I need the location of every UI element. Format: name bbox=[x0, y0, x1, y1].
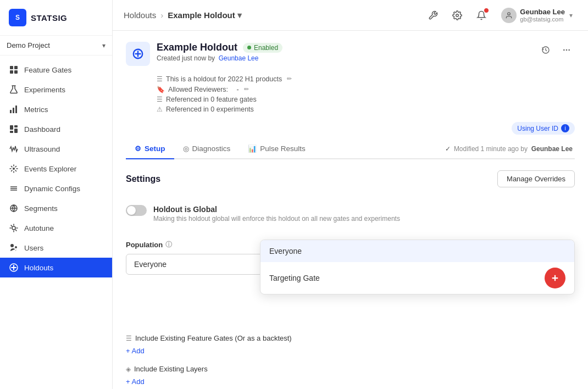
more-options-button[interactable] bbox=[558, 42, 575, 58]
sidebar-item-segments[interactable]: Segments bbox=[0, 198, 112, 218]
sidebar-item-users[interactable]: Users bbox=[0, 238, 112, 258]
settings-header: Settings Manage Overrides bbox=[126, 170, 575, 187]
user-id-badge-row: Using User ID i bbox=[126, 122, 575, 135]
population-info-icon[interactable]: ⓘ bbox=[165, 240, 172, 249]
dashboard-icon bbox=[9, 124, 19, 134]
svg-point-11 bbox=[13, 168, 15, 170]
tabs-list: ⚙ Setup ◎ Diagnostics 📊 Pulse Results bbox=[126, 139, 314, 158]
holdout-icon-wrap bbox=[126, 42, 150, 66]
targeting-gate-action-button[interactable] bbox=[545, 268, 565, 288]
breadcrumb-dropdown-icon[interactable]: ▾ bbox=[237, 10, 242, 20]
description-text: This is a holdout for 2022 H1 products bbox=[166, 75, 282, 83]
tab-pulse-results[interactable]: 📊 Pulse Results bbox=[239, 139, 314, 159]
svg-rect-8 bbox=[14, 125, 18, 127]
edit-description-button[interactable]: ✏ bbox=[285, 75, 293, 83]
svg-rect-0 bbox=[10, 66, 13, 69]
tools-button[interactable] bbox=[424, 7, 442, 24]
chart-icon bbox=[9, 104, 19, 114]
user-avatar bbox=[501, 8, 517, 23]
edit-reviewers-button[interactable]: ✏ bbox=[242, 85, 251, 93]
project-selector[interactable]: Demo Project ▾ bbox=[0, 36, 112, 55]
svg-rect-3 bbox=[14, 70, 18, 74]
breadcrumb-current: Example Holdout ▾ bbox=[168, 10, 242, 20]
svg-point-26 bbox=[566, 49, 568, 51]
layers-include-icon: ◈ bbox=[126, 365, 131, 373]
holdout-subtitle: Created just now by Geunbae Lee bbox=[157, 54, 282, 62]
sidebar-item-autotune[interactable]: Autotune bbox=[0, 218, 112, 238]
diagnostics-tab-icon: ◎ bbox=[183, 145, 189, 153]
sidebar-label-dynamic-configs: Dynamic Configs bbox=[24, 185, 80, 193]
include-layers-row: ◈ Include Existing Layers bbox=[126, 365, 575, 373]
add-feature-gates-label: + Add bbox=[126, 347, 145, 355]
sidebar-item-holdouts[interactable]: Holdouts bbox=[0, 258, 112, 277]
sidebar-item-dynamic-configs[interactable]: Dynamic Configs bbox=[0, 179, 112, 198]
dropdown-item-everyone[interactable]: Everyone bbox=[260, 240, 574, 262]
allowed-reviewers-value: - bbox=[237, 86, 239, 93]
holdout-header-left: Example Holdout Enabled Created just now… bbox=[126, 42, 282, 66]
svg-point-17 bbox=[12, 226, 15, 230]
project-chevron-icon: ▾ bbox=[102, 42, 106, 49]
sidebar-nav: Feature Gates Experiments Metrics Dashbo… bbox=[0, 55, 112, 389]
holdout-header-right bbox=[537, 42, 575, 58]
feature-gates-include-icon: ☰ bbox=[126, 335, 132, 342]
svg-rect-7 bbox=[10, 125, 13, 130]
experiments-ref-icon: ⚠ bbox=[157, 105, 163, 113]
user-chevron-icon: ▾ bbox=[569, 12, 573, 19]
topbar: Holdouts › Example Holdout ▾ bbox=[113, 0, 588, 31]
sidebar-logo: S STATSIG bbox=[0, 0, 112, 36]
settings-button[interactable] bbox=[448, 7, 466, 24]
svg-point-27 bbox=[568, 49, 570, 51]
reviewers-icon: 🔖 bbox=[157, 86, 165, 93]
status-text: Enabled bbox=[254, 44, 278, 52]
sidebar-item-feature-gates[interactable]: Feature Gates bbox=[0, 60, 112, 80]
tab-diagnostics[interactable]: ◎ Diagnostics bbox=[174, 139, 240, 159]
sidebar-label-segments: Segments bbox=[24, 204, 58, 213]
sidebar-item-dashboard[interactable]: Dashboard bbox=[0, 119, 112, 139]
sidebar-label-feature-gates: Feature Gates bbox=[24, 66, 71, 74]
sidebar-label-ultrasound: Ultrasound bbox=[24, 145, 60, 153]
holdout-title-row: Example Holdout Enabled bbox=[157, 42, 282, 53]
tab-diagnostics-label: Diagnostics bbox=[192, 145, 231, 153]
toggle-row: Holdout is Global Making this holdout gl… bbox=[126, 198, 575, 229]
sidebar-item-ultrasound[interactable]: Ultrasound bbox=[0, 139, 112, 159]
svg-point-20 bbox=[508, 12, 511, 15]
dropdown-item-targeting-gate[interactable]: Targeting Gate bbox=[260, 262, 574, 294]
user-name: Geunbae Lee bbox=[520, 8, 565, 16]
tab-setup[interactable]: ⚙ Setup bbox=[126, 139, 174, 159]
user-menu[interactable]: Geunbae Lee gb@statsig.com ▾ bbox=[497, 5, 577, 25]
user-id-badge[interactable]: Using User ID i bbox=[512, 122, 575, 135]
breadcrumb-separator-icon: › bbox=[160, 10, 163, 20]
sidebar-label-holdouts: Holdouts bbox=[24, 264, 53, 272]
breadcrumb-parent[interactable]: Holdouts bbox=[124, 10, 156, 20]
tabs-modified-text: ✓ Modified 1 minute ago by Geunbae Lee bbox=[445, 145, 575, 153]
toggle-label: Holdout is Global bbox=[153, 205, 400, 214]
add-feature-gates-button[interactable]: + Add bbox=[126, 346, 145, 356]
include-feature-gates-section: ☰ Include Existing Feature Gates (Or as … bbox=[126, 334, 575, 356]
svg-rect-1 bbox=[14, 66, 18, 69]
sidebar-item-experiments[interactable]: Experiments bbox=[0, 80, 112, 99]
grid-icon bbox=[9, 65, 19, 75]
global-holdout-toggle[interactable] bbox=[126, 205, 147, 216]
svg-point-25 bbox=[563, 49, 565, 51]
created-by[interactable]: Geunbae Lee bbox=[219, 54, 259, 62]
users-icon bbox=[9, 243, 19, 253]
holdout-title-block: Example Holdout Enabled Created just now… bbox=[157, 42, 282, 62]
add-layers-button[interactable]: + Add bbox=[126, 376, 145, 387]
flask-icon bbox=[9, 85, 19, 95]
status-dot bbox=[247, 46, 251, 49]
notification-button[interactable] bbox=[473, 7, 490, 24]
tabs-bar: ⚙ Setup ◎ Diagnostics 📊 Pulse Results ✓ … bbox=[126, 139, 575, 159]
sidebar-item-events-explorer[interactable]: Events Explorer bbox=[0, 159, 112, 179]
include-layers-text: Include Existing Layers bbox=[134, 365, 208, 373]
sidebar-label-dashboard: Dashboard bbox=[24, 125, 60, 134]
breadcrumb: Holdouts › Example Holdout ▾ bbox=[124, 10, 242, 20]
tab-pulse-results-label: Pulse Results bbox=[260, 145, 306, 153]
sidebar-item-metrics[interactable]: Metrics bbox=[0, 99, 112, 119]
holdout-title: Example Holdout bbox=[157, 42, 237, 53]
modified-text: Modified 1 minute ago by bbox=[454, 145, 528, 153]
toggle-text-block: Holdout is Global Making this holdout gl… bbox=[153, 205, 400, 223]
sidebar-label-autotune: Autotune bbox=[24, 224, 54, 232]
manage-overrides-button[interactable]: Manage Overrides bbox=[497, 170, 575, 187]
setup-tab-icon: ⚙ bbox=[135, 145, 141, 153]
history-button[interactable] bbox=[537, 42, 554, 58]
